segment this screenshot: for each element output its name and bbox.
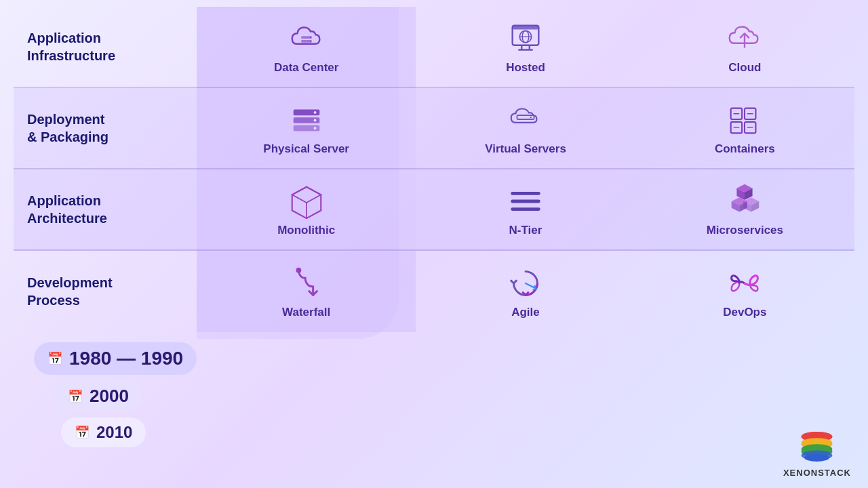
cell-cloud: Cloud [635,7,854,88]
timeline-pill-1990: 📅 1980 — 1990 [34,342,197,375]
timeline-item-2010: 📅 2010 [34,418,841,447]
grid-table: Application Infrastructure Data Center [14,7,854,332]
logo-section: XENONSTACK [783,428,851,478]
cell-hosted: Hosted [416,7,635,88]
row-label-architecture: Application Architecture [14,169,197,251]
timeline-pill-2010: 📅 2010 [61,418,146,447]
row-label-deployment: Deployment & Packaging [14,88,197,169]
svg-point-3 [309,41,311,42]
calendar-icon-2010: 📅 [75,425,90,440]
main-container: Application Infrastructure Data Center [0,0,868,488]
svg-marker-31 [292,187,321,203]
cell-waterfall: Waterfall [197,251,416,332]
timeline-item-2000: 📅 2000 [34,380,841,412]
timeline-item-1990: 📅 1980 — 1990 [34,342,841,375]
row-label-infrastructure: Application Infrastructure [14,7,197,88]
svg-point-17 [313,119,316,122]
calendar-icon-2000: 📅 [68,389,83,404]
cell-devops: DevOps [635,251,854,332]
svg-point-2 [309,37,311,38]
cell-monolithic: Monolithic [197,169,416,251]
svg-point-18 [313,127,316,129]
cell-agile: Agile [416,251,635,332]
cell-data-center: Data Center [197,7,416,88]
cell-microservices: Microservices [635,169,854,251]
grid-wrapper: Application Infrastructure Data Center [14,7,854,332]
logo-name: XENONSTACK [783,468,851,478]
row-label-devprocess: Development Process [14,251,197,332]
cell-physical-server: Physical Server [197,88,416,169]
svg-point-45 [296,268,301,273]
svg-point-54 [802,450,833,460]
timeline-pill-2000: 📅 2000 [54,380,142,412]
cell-virtual-servers: Virtual Servers [416,88,635,169]
cell-containers: Containers [635,88,854,169]
svg-point-21 [530,117,532,118]
cell-n-tier: N-Tier [416,169,635,251]
calendar-icon-1990: 📅 [47,351,62,366]
timeline-section: 📅 1980 — 1990 📅 2000 📅 2010 [14,332,854,451]
svg-rect-5 [513,26,539,30]
svg-point-16 [313,111,316,114]
